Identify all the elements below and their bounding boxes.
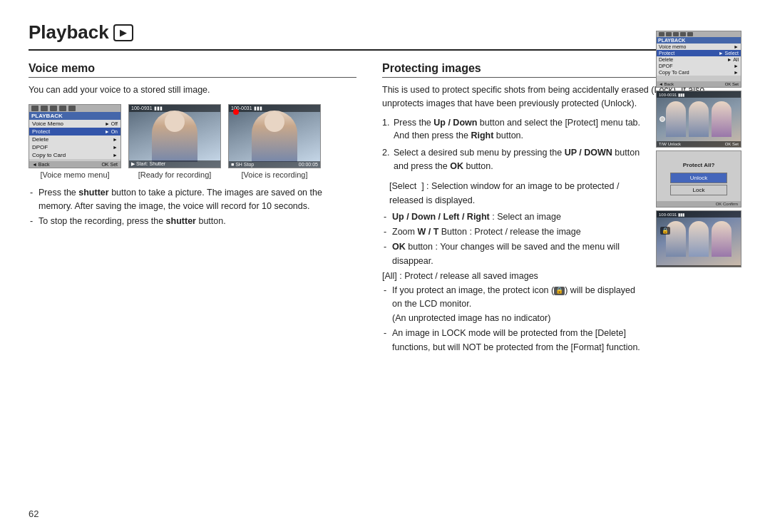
protect-all-bottom: OK Confirm — [657, 201, 741, 207]
unlock-button[interactable]: Unlock — [670, 173, 727, 183]
cam-screen-recording: 100-0031 ▮▮▮ ■ SH Stop 00:00:05 — [228, 104, 321, 168]
protect-photo-3: 100-0031 ▮▮▮ 🔒 — [656, 210, 741, 267]
sub-bullet-zoom: Zoom W / T Button : Protect / release th… — [382, 225, 642, 239]
right-bold: Right — [471, 131, 493, 140]
bullet-item-2: To stop the recording, press the shutter… — [29, 215, 356, 228]
menu-item-dpof: DPOF ► — [29, 143, 120, 151]
person-3b — [689, 221, 709, 257]
menu-top-bar — [29, 105, 120, 112]
main-content: Voice memo You can add your voice to a s… — [29, 62, 741, 357]
cam-caption-2: [Ready for recording] — [138, 170, 212, 179]
step-1: Press the Up / Down button and select th… — [382, 116, 642, 143]
protect-menu-screen: PLAYBACK Voice memo► Protect► Select Del… — [656, 31, 741, 88]
page-number: 62 — [29, 508, 38, 519]
cam-screen-ready: 100-0931 ▮▮▮ ▶ Start: Shutter — [128, 104, 221, 168]
protecting-images-section: Protecting images This is used to protec… — [382, 62, 741, 357]
small-menu-bottom: ◄ Back OK Set — [657, 81, 741, 87]
step-2: Select a desired sub menu by pressing th… — [382, 146, 642, 173]
steps-list: Press the Up / Down button and select th… — [382, 116, 642, 173]
up-down-bold: Up / Down — [433, 118, 477, 128]
cam-caption-1: [Voice memo menu] — [40, 170, 109, 179]
protect-info-2: An image in LOCK mode will be protected … — [382, 327, 642, 354]
protect-info-1: If you protect an image, the protect ico… — [382, 284, 642, 325]
sub-bullets: Up / Down / Left / Right : Select an ima… — [382, 210, 642, 269]
protect-content-wrap: Press the Up / Down button and select th… — [382, 116, 741, 357]
menu-item-protect: Protect ► On — [29, 128, 120, 135]
protect-text: Press the Up / Down button and select th… — [382, 116, 642, 357]
up-down-bold-2: UP / DOWN — [565, 148, 612, 158]
head-shape — [165, 112, 185, 132]
cam-image-3: 100-0031 ▮▮▮ ■ SH Stop 00:00:05 [Voic — [228, 104, 321, 179]
sub-bullet-ok: OK button : Your changes will be saved a… — [382, 240, 642, 268]
voice-memo-bullets: Press the shutter button to take a pictu… — [29, 186, 356, 228]
menu-label: PLAYBACK — [29, 112, 120, 120]
person-c — [712, 101, 732, 137]
protect-all-dialog: Protect All? Unlock Lock OK Confirm — [656, 150, 741, 208]
menu-item-copy: Copy to Card ► — [29, 151, 120, 159]
all-bracket: [All] : Protect / release all saved imag… — [382, 271, 642, 281]
menu-item-voice: Voice Memo ► Off — [29, 120, 120, 128]
voice-memo-desc: You can add your voice to a stored still… — [29, 83, 356, 97]
person-3c — [712, 221, 732, 257]
small-item-delete: Delete► All — [657, 56, 741, 63]
shutter-bold-2: shutter — [166, 216, 196, 226]
small-item-copy: Copy To Card► — [657, 69, 741, 76]
small-item-protect: Protect► Select — [657, 50, 741, 56]
cam-image-1: PLAYBACK Voice Memo ► Off Protect ► On D… — [29, 104, 121, 179]
photo-overlay-bottom: T/W Unlock OK Set — [657, 141, 741, 147]
mode-icon — [31, 106, 38, 111]
select-block: [Select ] : Selection window for an imag… — [382, 179, 642, 208]
small-menu-top — [657, 31, 741, 37]
voice-memo-title: Voice memo — [29, 62, 356, 78]
cam-caption-3: [Voice is recording] — [242, 170, 308, 179]
photo-3-overlay-bottom — [657, 265, 741, 267]
protect-info-bullets: If you protect an image, the protect ico… — [382, 284, 642, 354]
person-shape-3 — [252, 111, 297, 162]
protect-photo-screen: 100-0031 ▮▮▮ T/W Unlock OK Set — [656, 91, 741, 148]
lock-indicator: 🔒 — [660, 227, 670, 235]
ok-bold: OK — [450, 161, 463, 171]
right-images: PLAYBACK Voice memo► Protect► Select Del… — [656, 31, 741, 357]
flash-icon — [41, 106, 48, 111]
cam-screen-menu: PLAYBACK Voice Memo ► Off Protect ► On D… — [29, 104, 121, 168]
shutter-bold-1: shutter — [78, 188, 108, 198]
recording-dot — [233, 109, 239, 115]
menu-item-delete: Delete ► — [29, 135, 120, 143]
protect-icon: 🔒 — [554, 287, 565, 295]
title-text: Playback — [29, 21, 109, 44]
macro-icon — [59, 106, 66, 111]
small-item-voice: Voice memo► — [657, 44, 741, 50]
photo-3-overlay-top: 100-0031 ▮▮▮ — [657, 211, 741, 218]
photo-people — [657, 91, 741, 147]
small-menu-label: PLAYBACK — [657, 37, 741, 44]
voice-memo-images: PLAYBACK Voice Memo ► Off Protect ► On D… — [29, 104, 356, 179]
head-shape-3 — [265, 112, 284, 132]
cam-overlay-bottom-2: ▶ Start: Shutter — [129, 160, 220, 168]
voice-memo-section: Voice memo You can add your voice to a s… — [29, 62, 356, 357]
person-b — [689, 101, 709, 137]
photo-person-3 — [229, 105, 320, 168]
person-a — [666, 101, 686, 137]
protect-all-label: Protect All? — [683, 162, 715, 168]
bullet-item-1: Press the shutter button to take a pictu… — [29, 186, 356, 213]
cam-image-2: 100-0931 ▮▮▮ ▶ Start: Shutter [Ready for… — [128, 104, 221, 179]
playback-icon: ▶ — [113, 24, 133, 41]
lock-button[interactable]: Lock — [670, 185, 727, 195]
page-title: Playback ▶ — [29, 21, 741, 44]
settings-icon — [68, 106, 76, 111]
person-shape — [152, 111, 197, 162]
select-circle-left — [659, 116, 665, 122]
menu-bottom-bar: ◄ Back OK Set — [29, 161, 120, 168]
small-item-dpof: DPOF► — [657, 63, 741, 69]
sub-bullet-updown: Up / Down / Left / Right : Select an ima… — [382, 210, 642, 224]
photo-person-2 — [129, 105, 220, 168]
person-3a — [666, 221, 686, 257]
photo-overlay-top: 100-0031 ▮▮▮ — [657, 91, 741, 98]
cam-overlay-bottom-3: ■ SH Stop 00:00:05 — [229, 161, 320, 168]
sound-icon — [50, 106, 57, 111]
top-divider — [29, 49, 741, 51]
photo-3-people — [657, 211, 741, 267]
